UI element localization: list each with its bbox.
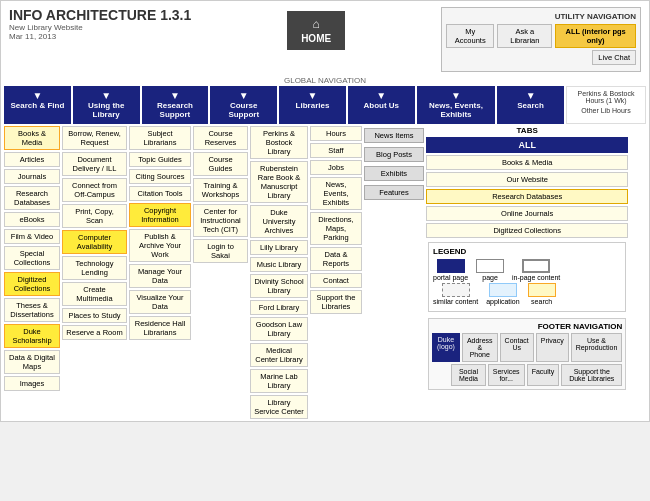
nav-course-support[interactable]: ▼ Course Support [210,86,277,124]
item-tech-lending[interactable]: Technology Lending [62,256,127,280]
item-exhibits[interactable]: Exhibits [364,166,424,181]
legend-app: application [486,283,519,305]
item-images[interactable]: Images [4,376,60,391]
item-topic-guides[interactable]: Topic Guides [129,152,191,167]
item-ebooks[interactable]: eBooks [4,212,60,227]
live-chat-button[interactable]: Live Chat [592,50,636,65]
item-staff[interactable]: Staff [310,143,362,158]
item-duke-archives[interactable]: Duke University Archives [250,205,308,238]
item-journals[interactable]: Journals [4,169,60,184]
nav-about-us[interactable]: ▼ About Us [348,86,415,124]
item-rubenstein[interactable]: Rubenstein Rare Book & Manuscript Librar… [250,161,308,203]
col-about-us: Hours Staff Jobs News, Events, Exhibits … [310,126,362,419]
item-visualize[interactable]: Visualize Your Data [129,290,191,314]
tab-research-db[interactable]: Research Databases [426,189,628,204]
my-accounts-button[interactable]: My Accounts [446,24,494,48]
col-using-library: Borrow, Renew, Request Document Delivery… [62,126,127,419]
item-news-exhibits[interactable]: News, Events, Exhibits [310,177,362,210]
item-theses[interactable]: Theses & Dissertations [4,298,60,322]
item-copyright[interactable]: Copyright Information [129,203,191,227]
item-features[interactable]: Features [364,185,424,200]
nav-using-library[interactable]: ▼ Using the Library [73,86,140,124]
item-connect-offcampus[interactable]: Connect from Off-Campus [62,178,127,202]
footer-privacy[interactable]: Privacy [536,333,569,362]
nav-search[interactable]: ▼ Search [497,86,564,124]
item-course-reserves[interactable]: Course Reserves [193,126,248,150]
footer-services[interactable]: Services for... [488,364,525,386]
footer-social[interactable]: Social Media [451,364,486,386]
arrow-icon: ▼ [352,91,411,101]
legend-title: LEGEND [433,247,621,256]
item-articles[interactable]: Articles [4,152,60,167]
item-print-copy[interactable]: Print, Copy, Scan [62,204,127,228]
item-blog-posts[interactable]: Blog Posts [364,147,424,162]
tab-online-journals[interactable]: Online Journals [426,206,628,221]
global-nav-label: GLOBAL NAVIGATION [1,76,649,85]
item-borrow[interactable]: Borrow, Renew, Request [62,126,127,150]
item-create-multi[interactable]: Create Multimedia [62,282,127,306]
item-research-db[interactable]: Research Databases [4,186,60,210]
utility-nav-row1: My Accounts Ask a Librarian ALL (interio… [446,24,636,48]
item-jobs[interactable]: Jobs [310,160,362,175]
all-interior-button[interactable]: ALL (interior pgs only) [555,24,636,48]
item-cit[interactable]: Center for Instructional Tech (CIT) [193,204,248,237]
tab-digitized[interactable]: Digitized Collections [426,223,628,238]
item-course-guides[interactable]: Course Guides [193,152,248,176]
live-chat-row: Live Chat [446,50,636,65]
item-library-service[interactable]: Library Service Center [250,395,308,419]
nav-news-events[interactable]: ▼ News, Events, Exhibits [417,86,496,124]
footer-faculty[interactable]: Faculty [527,364,560,386]
item-support-libraries[interactable]: Support the Libraries [310,290,362,314]
item-manage-data[interactable]: Manage Your Data [129,264,191,288]
item-news-items[interactable]: News Items [364,128,424,143]
item-lilly[interactable]: Lilly Library [250,240,308,255]
item-reserve-room[interactable]: Reserve a Room [62,325,127,340]
item-citation-tools[interactable]: Citation Tools [129,186,191,201]
item-ford[interactable]: Ford Library [250,300,308,315]
item-residence-hall[interactable]: Residence Hall Librarians [129,316,191,340]
tabs-label: TABS [426,126,628,135]
item-digitized[interactable]: Digitized Collections [4,272,60,296]
item-data-reports[interactable]: Data & Reports [310,247,362,271]
tab-books-media[interactable]: Books & Media [426,155,628,170]
item-data-maps[interactable]: Data & Digital Maps [4,350,60,374]
item-goodson[interactable]: Goodson Law Library [250,317,308,341]
item-training[interactable]: Training & Workshops [193,178,248,202]
item-divinity[interactable]: Divinity School Library [250,274,308,298]
item-computer-avail[interactable]: Computer Availability [62,230,127,254]
item-doc-delivery[interactable]: Document Delivery / ILL [62,152,127,176]
home-button[interactable]: ⌂ HOME [287,11,345,50]
nav-research-support[interactable]: ▼ Research Support [142,86,209,124]
item-subject-lib[interactable]: Subject Librarians [129,126,191,150]
footer-use[interactable]: Use & Reproduction [571,333,623,362]
item-marine[interactable]: Marine Lab Library [250,369,308,393]
nav-search-find[interactable]: ▼ Search & Find [4,86,71,124]
item-medical[interactable]: Medical Center Library [250,343,308,367]
tab-all[interactable]: ALL [426,137,628,153]
main-nav: ▼ Search & Find ▼ Using the Library ▼ Re… [1,86,649,124]
item-books-media[interactable]: Books & Media [4,126,60,150]
nav-libraries[interactable]: ▼ Libraries [279,86,346,124]
item-perkins-bostock[interactable]: Perkins & Bostock Library [250,126,308,159]
legend-page: page [476,259,504,281]
utility-nav-title: UTILITY NAVIGATION [446,12,636,21]
item-citing[interactable]: Citing Sources [129,169,191,184]
tab-our-website[interactable]: Our Website [426,172,628,187]
item-duke-scholarship[interactable]: Duke Scholarship [4,324,60,348]
item-sakai[interactable]: Login to Sakai [193,239,248,263]
item-film-video[interactable]: Film & Video [4,229,60,244]
footer-contact[interactable]: Contact Us [500,333,534,362]
item-publish[interactable]: Publish & Archive Your Work [129,229,191,262]
item-music[interactable]: Music Library [250,257,308,272]
item-directions[interactable]: Directions, Maps, Parking [310,212,362,245]
item-contact[interactable]: Contact [310,273,362,288]
ask-librarian-button[interactable]: Ask a Librarian [497,24,552,48]
footer-support[interactable]: Support the Duke Libraries [561,364,622,386]
item-places-study[interactable]: Places to Study [62,308,127,323]
right-panel: TABS ALL Books & Media Our Website Resea… [426,126,628,419]
footer-duke-logo[interactable]: Duke (logo) [432,333,460,362]
footer-address[interactable]: Address & Phone [462,333,498,362]
item-special-coll[interactable]: Special Collections [4,246,60,270]
item-hours[interactable]: Hours [310,126,362,141]
footer-row2: Social Media Services for... Faculty Sup… [432,364,622,386]
